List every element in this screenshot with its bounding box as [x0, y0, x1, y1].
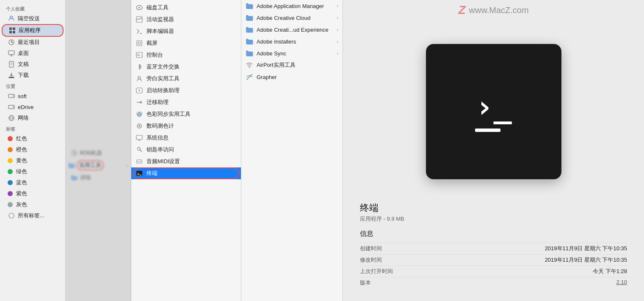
sidebar-item-red[interactable]: 红色: [2, 133, 64, 144]
col-item-training[interactable]: 训练: [66, 172, 131, 183]
sidebar-item-desktop[interactable]: 桌面: [2, 48, 64, 59]
menu-item-sysinfo-label: 系统信息: [146, 134, 169, 142]
info-value-modified: 2019年11月9日 星期六 下午10:35: [545, 256, 627, 264]
bluetooth-icon: [135, 63, 143, 71]
menu-item-colormeter-label: 数码测色计: [146, 122, 174, 130]
sidebar-item-airdrop[interactable]: 隔空投送: [2, 13, 64, 24]
info-label-last-opened: 上次打开时间: [360, 268, 393, 275]
svg-rect-4: [13, 31, 15, 33]
menu-item-sysinfo[interactable]: 系统信息: [131, 132, 241, 144]
info-row-modified: 修改时间 2019年11月9日 星期六 下午10:35: [360, 254, 627, 265]
terminal-cursor: [475, 129, 500, 132]
menu-item-terminal-label: 终端: [146, 170, 158, 177]
svg-rect-3: [9, 31, 12, 33]
menu-item-colormeter[interactable]: 数码测色计: [131, 120, 241, 132]
menu-item-midi[interactable]: 音频MIDI设置: [131, 156, 241, 167]
menu-item-terminal[interactable]: 终端: [131, 167, 241, 179]
menu-item-keychain-label: 钥匙串访问: [146, 146, 174, 153]
svg-rect-6: [8, 51, 14, 55]
col-item-timemachine[interactable]: 时间机器: [66, 147, 131, 159]
submenu-item-adobe-exp[interactable]: Adobe Creati...ud Experience ›: [241, 24, 343, 36]
sidebar-item-red-label: 红色: [16, 135, 27, 142]
submenu-item-adobe-install[interactable]: Adobe Installers ›: [241, 36, 343, 47]
menu-item-screenshot[interactable]: 截屏: [131, 37, 241, 49]
menu-item-migrate[interactable]: 迁移助理: [131, 96, 241, 108]
info-row-last-opened: 上次打开时间 今天 下午1:28: [360, 265, 627, 277]
red-tag-dot: [8, 136, 13, 141]
submenu-item-adobe-cc[interactable]: Adobe Creative Cloud ›: [241, 12, 343, 24]
svg-rect-25: [136, 52, 142, 57]
menu-item-activity[interactable]: 活动监视器: [131, 14, 241, 25]
console-icon: [135, 51, 143, 59]
utilities-label: 实用工具: [77, 160, 104, 170]
svg-point-20: [138, 7, 140, 8]
col-item-utilities-row[interactable]: 实用工具 ›: [66, 159, 131, 172]
sidebar-item-gray[interactable]: 灰色: [2, 199, 64, 210]
sidebar-item-network-label: 网络: [18, 114, 29, 122]
sidebar-item-documents[interactable]: 文稿: [2, 59, 64, 70]
menu-item-console[interactable]: 控制台: [131, 49, 241, 61]
menu-item-bootcamp[interactable]: 启动转换助理: [131, 85, 241, 96]
submenu-item-adobe-sync[interactable]: Adobe Sync ›: [241, 47, 343, 59]
svg-point-24: [138, 42, 141, 44]
menu-item-script[interactable]: 脚本编辑器: [131, 25, 241, 37]
terminal-app-icon: ›_: [426, 44, 561, 179]
sidebar-item-soft-label: soft: [18, 93, 27, 99]
sidebar-item-purple-label: 紫色: [16, 190, 27, 197]
screenshot-icon: [135, 39, 143, 47]
sidebar-item-purple[interactable]: 紫色: [2, 188, 64, 199]
sidebar-item-orange[interactable]: 橙色: [2, 144, 64, 155]
menu-item-screenshot-label: 截屏: [146, 39, 158, 47]
submenu-item-grapher[interactable]: Grapher: [241, 71, 343, 83]
adobe-exp-folder-icon: [246, 26, 253, 33]
submenu-item-airport[interactable]: AirPort实用工具: [241, 59, 343, 71]
menu-item-keychain[interactable]: 钥匙串访问: [131, 144, 241, 156]
gray-tag-dot: [8, 202, 13, 207]
svg-rect-35: [136, 135, 142, 140]
network-icon: [8, 114, 15, 122]
menu-item-bluetooth[interactable]: 蓝牙文件交换: [131, 61, 241, 73]
airdrop-icon: [8, 15, 15, 22]
sidebar-item-blue[interactable]: 蓝色: [2, 177, 64, 188]
sidebar-item-network[interactable]: 网络: [2, 112, 64, 123]
sidebar-item-edrive[interactable]: eDrive: [2, 101, 64, 112]
colormeter-icon: [135, 122, 143, 130]
svg-point-17: [9, 213, 14, 218]
utilities-chevron: ›: [127, 163, 128, 168]
submenu-item-adobe-exp-label: Adobe Creati...ud Experience: [257, 27, 329, 33]
submenu-item-airport-label: AirPort实用工具: [257, 61, 296, 69]
activity-icon: [135, 16, 143, 23]
menu-item-migrate-label: 迁移助理: [146, 99, 169, 106]
sidebar-item-all-tags-label: 所有标签...: [18, 212, 44, 219]
info-value-version[interactable]: 2.10: [616, 279, 627, 287]
info-label-version: 版本: [360, 279, 371, 287]
sidebar-item-documents-label: 文稿: [18, 60, 29, 68]
colorsync-icon: [135, 110, 143, 118]
sidebar-item-downloads[interactable]: 下载: [2, 70, 64, 81]
submenu-item-adobe-install-label: Adobe Installers: [257, 38, 296, 45]
sidebar-item-recents[interactable]: 最近项目: [2, 37, 64, 48]
col-item-timemachine-label: 时间机器: [80, 149, 102, 157]
sidebar-item-green[interactable]: 绿色: [2, 166, 64, 177]
submenu-item-adobe-mgr[interactable]: Adobe Application Manager ›: [241, 0, 343, 12]
menu-item-voiceover[interactable]: 旁白实用工具: [131, 73, 241, 85]
col-item-training-label: 训练: [80, 174, 91, 181]
info-row-version: 版本 2.10: [360, 277, 627, 288]
timemachine-icon: [71, 150, 77, 156]
menu-item-disk[interactable]: 磁盘工具: [131, 2, 241, 14]
sidebar-item-yellow[interactable]: 黄色: [2, 155, 64, 166]
sidebar-item-all-tags[interactable]: 所有标签...: [2, 210, 64, 221]
migrate-icon: [135, 99, 143, 106]
sidebar-item-soft[interactable]: soft: [2, 90, 64, 101]
sidebar-section-locations: 位置: [0, 81, 65, 90]
info-label-modified: 修改时间: [360, 256, 382, 264]
watermark-text: www.MacZ.com: [469, 5, 528, 15]
sidebar-item-blue-label: 蓝色: [16, 179, 27, 186]
sidebar-item-applications[interactable]: 应用程序: [2, 24, 64, 37]
terminal-icon-container: ›_: [360, 25, 627, 197]
terminal-menu-icon: [135, 170, 143, 177]
menu-item-colorsync[interactable]: 色彩同步实用工具: [131, 108, 241, 120]
preview-panel: Z www.MacZ.com ›_ 终端 应用程序 - 9.9 MB 信息 创建…: [343, 0, 644, 301]
script-icon: [135, 27, 143, 35]
grapher-icon: [246, 73, 253, 81]
